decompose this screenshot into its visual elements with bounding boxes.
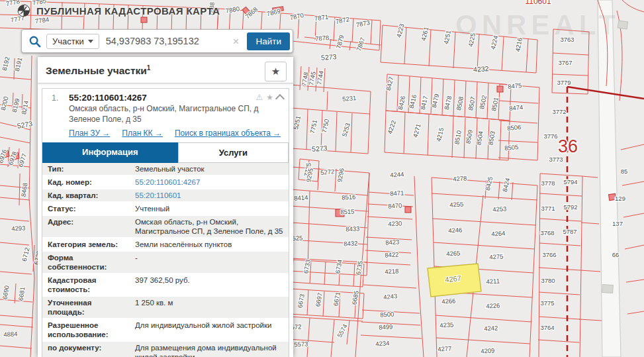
parcel-label: 4218 bbox=[385, 267, 399, 275]
parcel-label: 4264 bbox=[491, 229, 506, 237]
search-category-select[interactable]: Участки bbox=[46, 34, 99, 49]
info-row-label: Уточненная площадь: bbox=[42, 297, 132, 318]
parcel-label: 3768 bbox=[540, 229, 554, 236]
parcel-card-header: 1. 55:20:110601:4267 ⚠ ★ Омская область,… bbox=[42, 89, 289, 138]
plan-zu-link[interactable]: План ЗУ → bbox=[69, 128, 110, 138]
parcel-label: 8516 bbox=[342, 193, 356, 201]
info-row-label: Категория земель: bbox=[42, 238, 132, 250]
info-row-label: по документу: bbox=[42, 342, 132, 357]
favorites-button[interactable]: ★ bbox=[265, 62, 287, 81]
info-row-value: Омская область, р-н Омский, Магистрально… bbox=[132, 216, 289, 237]
info-row-value: 397 362,50 руб. bbox=[132, 274, 289, 295]
parcel-label: 3766 bbox=[542, 251, 556, 258]
info-row: Категория земель:Земли населённых пункто… bbox=[42, 238, 289, 252]
chevron-up-icon[interactable] bbox=[275, 94, 285, 103]
parcel-label: 4230 bbox=[388, 219, 402, 227]
find-button[interactable]: Найти bbox=[247, 32, 290, 50]
info-row: по документу:Для размещения дома индивид… bbox=[42, 342, 289, 357]
parcel-label: 4232 bbox=[473, 64, 489, 74]
info-row: Форма собственности:- bbox=[42, 252, 289, 274]
info-row-value[interactable]: 55:20:110601 bbox=[132, 189, 289, 201]
parcel-label: 66 bbox=[612, 251, 620, 258]
info-row-value: Земельный участок bbox=[132, 163, 289, 175]
info-row-label: Форма собственности: bbox=[42, 252, 132, 273]
selected-parcel-label: 4267 bbox=[445, 274, 462, 283]
search-category-value: Участки bbox=[52, 36, 84, 46]
star-icon[interactable]: ★ bbox=[266, 93, 273, 102]
results-panel: Земельные участки1 ★ 1. 55:20:110601:426… bbox=[38, 57, 293, 357]
parcel-label: 8515 bbox=[340, 207, 355, 215]
parcel-label: 4253 bbox=[492, 205, 507, 213]
info-row: Кад. номер:55:20:110601:4267 bbox=[42, 176, 289, 189]
info-row-label: Кадастровая стоимость: bbox=[42, 274, 132, 295]
info-row-value: - bbox=[132, 252, 289, 273]
parcel-label: 8422 bbox=[385, 250, 399, 258]
parcel-label: 36 bbox=[558, 136, 578, 156]
parcel-label: 3779 bbox=[557, 79, 571, 86]
search-in-bounds-link[interactable]: Поиск в границах объекта → bbox=[175, 128, 281, 138]
parcel-label: 129 bbox=[615, 195, 625, 202]
parcel-label: 3773 bbox=[549, 156, 563, 163]
info-row-label: Разрешенное использование: bbox=[42, 319, 132, 340]
parcel-label: 8475 bbox=[508, 81, 522, 90]
info-row: Адрес:Омская область, р-н Омский, Магист… bbox=[42, 216, 289, 238]
parcel-label: 3767 bbox=[558, 59, 572, 66]
parcel-label: 4244 bbox=[390, 170, 404, 178]
clear-search-icon[interactable]: × bbox=[230, 36, 242, 47]
parcel-label: 4243 bbox=[383, 292, 398, 301]
tab-services[interactable]: Услуги bbox=[178, 142, 289, 163]
pkk-logo-icon bbox=[17, 4, 30, 17]
info-row: Уточненная площадь:1 250 кв. м bbox=[42, 297, 289, 319]
info-row-value: Для индивидуальной жилой застройки bbox=[132, 319, 289, 340]
parcel-address: Омская область, р-н Омский, Магистрально… bbox=[69, 104, 278, 125]
app-header: ПУБЛИЧНАЯ КАДАСТРОВАЯ КАРТА bbox=[17, 4, 220, 17]
parcel-label: 5787 bbox=[563, 228, 576, 235]
parcel-label: 5272 bbox=[320, 168, 335, 176]
parcel-label: 8471 bbox=[390, 189, 404, 197]
plan-kk-link[interactable]: План КК → bbox=[122, 128, 163, 138]
parcel-label: 3771 bbox=[541, 205, 555, 212]
parcel-label: 4278 bbox=[453, 174, 467, 182]
parcel-card: 1. 55:20:110601:4267 ⚠ ★ Омская область,… bbox=[42, 88, 289, 357]
info-row-label: Статус: bbox=[42, 203, 132, 215]
parcel-links: План ЗУ →План КК →Поиск в границах объек… bbox=[69, 128, 278, 138]
search-input[interactable] bbox=[105, 35, 225, 47]
parcel-label: 137 bbox=[612, 220, 623, 227]
parcel-label: 4246 bbox=[448, 226, 463, 234]
parcel-label: 8414 bbox=[294, 193, 308, 201]
info-row: Статус:Учтенный bbox=[42, 203, 289, 216]
info-row-value[interactable]: 55:20:110601:4267 bbox=[132, 176, 289, 188]
parcel-label: 4265 bbox=[446, 249, 461, 257]
parcel-label: 8470 bbox=[388, 201, 402, 209]
parcel-label: 110601 bbox=[525, 0, 551, 6]
cadastral-number-title: 55:20:110601:4267 bbox=[69, 93, 283, 103]
info-table: Тип:Земельный участокКад. номер:55:20:11… bbox=[42, 163, 289, 357]
info-row: Кад. квартал:55:20:110601 bbox=[42, 189, 289, 203]
tabs: ИнформацияУслуги bbox=[42, 142, 289, 163]
app-title: ПУБЛИЧНАЯ КАДАСТРОВАЯ КАРТА bbox=[36, 5, 220, 17]
parcel-label: 5792 bbox=[563, 203, 577, 211]
parcel-label: 8432 bbox=[344, 239, 358, 247]
parcel-label: 3780 bbox=[541, 277, 555, 284]
chevron-down-icon bbox=[88, 40, 93, 43]
parcel-label: 8505 bbox=[504, 143, 519, 152]
parcel-label: 5273 bbox=[312, 144, 328, 153]
parcel-label: 4209 bbox=[481, 346, 495, 354]
parcel-label: 4226 bbox=[486, 301, 500, 309]
parcel-label: 4234 bbox=[375, 339, 390, 347]
result-count: 1 bbox=[147, 64, 151, 72]
parcel-label: 4277 bbox=[437, 344, 452, 352]
watermark: ONREALT bbox=[455, 9, 620, 40]
parcel-label: 3764 bbox=[540, 324, 554, 331]
info-row-value: Земли населённых пунктов bbox=[132, 238, 289, 250]
warning-icon[interactable]: ⚠ bbox=[255, 93, 263, 102]
parcel-label: 85 bbox=[621, 168, 628, 175]
search-icon[interactable] bbox=[28, 35, 41, 48]
search-bar: Участки × Найти bbox=[21, 29, 293, 53]
info-row-label: Кад. квартал: bbox=[42, 189, 132, 201]
parcel-label: 4275 bbox=[489, 252, 504, 260]
tab-information[interactable]: Информация bbox=[42, 142, 178, 163]
parcel-label: 4884 bbox=[3, 330, 18, 338]
parcel-label: 7878 bbox=[315, 34, 330, 42]
parcel-label: 4235 bbox=[439, 321, 454, 329]
